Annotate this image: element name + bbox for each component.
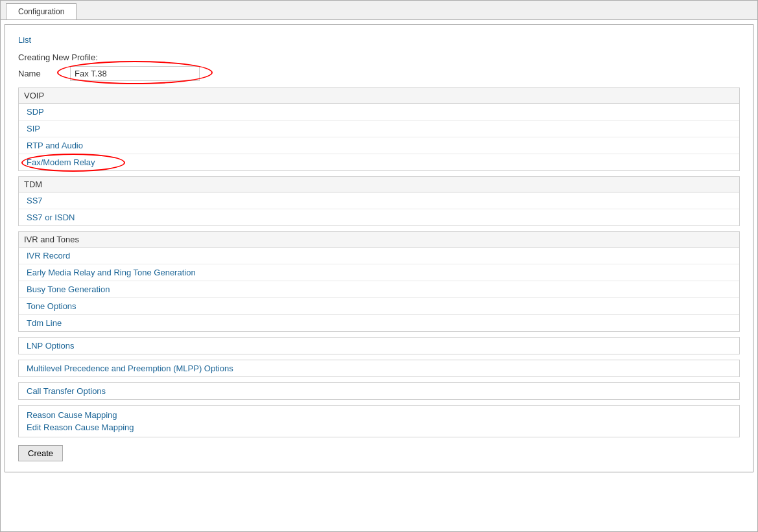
busy-tone-link[interactable]: Busy Tone Generation [27, 284, 110, 294]
edit-reason-cause-link[interactable]: Edit Reason Cause Mapping [27, 421, 731, 434]
ivr-item-record: IVR Record [19, 248, 739, 264]
mlpp-options-item: Multilevel Precedence and Preemption (ML… [18, 360, 740, 377]
ivr-item-tone-options: Tone Options [19, 298, 739, 315]
ivr-section: IVR and Tones IVR Record Early Media Rel… [18, 231, 740, 332]
ss7-isdn-link[interactable]: SS7 or ISDN [27, 213, 75, 222]
ivr-item-tdm-line: Tdm Line [19, 315, 739, 331]
sdp-link[interactable]: SDP [27, 107, 44, 117]
tdm-item-ss7: SS7 [19, 192, 739, 209]
early-media-link[interactable]: Early Media Relay and Ring Tone Generati… [27, 268, 196, 277]
lnp-options-link[interactable]: LNP Options [27, 341, 74, 351]
tdm-header: TDM [19, 177, 739, 192]
ivr-record-link[interactable]: IVR Record [27, 251, 70, 260]
ss7-link[interactable]: SS7 [27, 196, 43, 205]
tdm-section: TDM SS7 SS7 or ISDN [18, 176, 740, 226]
list-link[interactable]: List [18, 35, 31, 45]
fax-modem-link[interactable]: Fax/Modem Relay [27, 157, 95, 167]
reason-cause-mapping-link[interactable]: Reason Cause Mapping [27, 409, 731, 421]
mlpp-options-link[interactable]: Multilevel Precedence and Preemption (ML… [27, 364, 233, 373]
voip-section: VOIP SDP SIP RTP and Audio Fax/Modem Rel… [18, 87, 740, 171]
name-row: Name [18, 66, 740, 81]
creating-profile-label: Creating New Profile: [18, 52, 740, 62]
configuration-tab[interactable]: Configuration [6, 3, 77, 19]
voip-header: VOIP [19, 88, 739, 104]
name-label: Name [18, 69, 70, 78]
reason-cause-box: Reason Cause Mapping Edit Reason Cause M… [18, 405, 740, 437]
ivr-item-early-media: Early Media Relay and Ring Tone Generati… [19, 264, 739, 281]
voip-item-fax: Fax/Modem Relay [19, 154, 739, 170]
tone-options-link[interactable]: Tone Options [27, 301, 77, 311]
sip-link[interactable]: SIP [27, 124, 40, 133]
rtp-link[interactable]: RTP and Audio [27, 141, 83, 150]
call-transfer-item: Call Transfer Options [18, 382, 740, 400]
tdm-line-link[interactable]: Tdm Line [27, 318, 62, 328]
name-input-wrapper [70, 66, 200, 81]
call-transfer-link[interactable]: Call Transfer Options [27, 386, 106, 396]
ivr-header: IVR and Tones [19, 232, 739, 248]
voip-item-sdp: SDP [19, 104, 739, 121]
name-input[interactable] [70, 66, 200, 81]
tdm-item-ss7isdn: SS7 or ISDN [19, 209, 739, 226]
voip-item-rtp: RTP and Audio [19, 137, 739, 154]
create-button[interactable]: Create [18, 445, 63, 461]
voip-item-sip: SIP [19, 121, 739, 137]
lnp-options-item: LNP Options [18, 337, 740, 354]
ivr-item-busy-tone: Busy Tone Generation [19, 281, 739, 298]
